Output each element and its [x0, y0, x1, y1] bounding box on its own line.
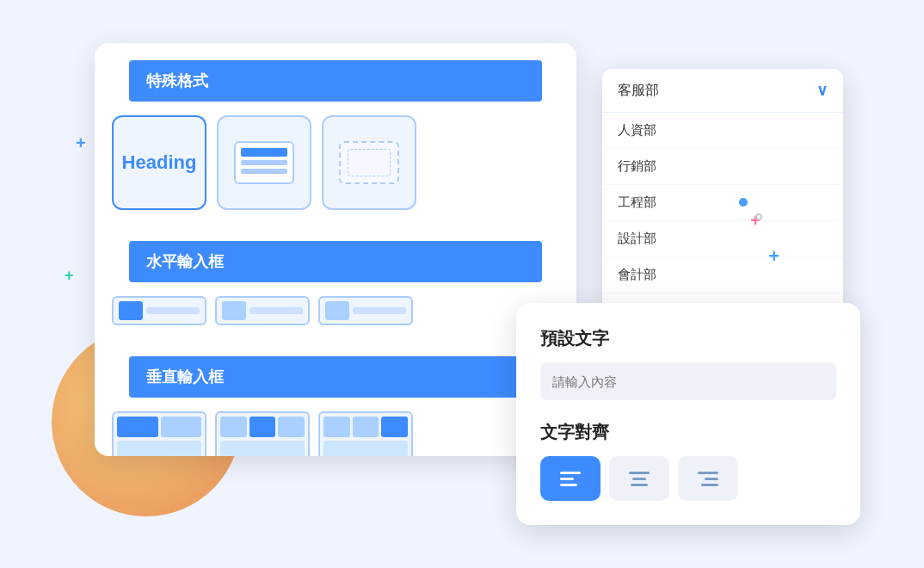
- decorative-dot-blue: [739, 198, 748, 207]
- h-input-line-2: [249, 307, 303, 314]
- dropdown-item-4[interactable]: 會計部: [602, 257, 843, 293]
- align-left-icon: [558, 469, 582, 488]
- v-col-block-blue-3: [381, 417, 408, 437]
- horizontal-input-grid: [112, 296, 559, 325]
- v-col-block-light-2b: [278, 417, 305, 437]
- dashed-inner: [348, 149, 391, 176]
- svg-rect-8: [701, 484, 718, 486]
- align-buttons-group: [540, 456, 836, 501]
- decorative-dot-white: [755, 213, 762, 220]
- svg-rect-3: [629, 472, 650, 474]
- card-icon: [234, 141, 294, 184]
- h-label-block-1: [119, 301, 143, 320]
- h-input-item-2[interactable]: [215, 296, 310, 325]
- format-dashed-box[interactable]: [322, 115, 416, 210]
- svg-rect-5: [631, 484, 648, 486]
- dropdown-item-3[interactable]: 設計部: [602, 221, 843, 257]
- format-card-box[interactable]: [217, 115, 311, 210]
- svg-rect-2: [560, 484, 577, 486]
- align-center-icon: [627, 469, 651, 488]
- v-top-row-2: [217, 413, 308, 441]
- preset-text-label: 預設文字: [540, 327, 836, 350]
- dashed-icon: [339, 141, 399, 184]
- v-col-block-blue-2: [249, 417, 276, 437]
- v-input-item-1[interactable]: [112, 411, 206, 456]
- v-col-block-light-3b: [353, 417, 379, 437]
- dropdown-selected-value: 客服部: [618, 82, 659, 100]
- decorative-plus-teal-mid: +: [65, 267, 74, 285]
- vertical-input-header: 垂直輸入框: [129, 356, 542, 398]
- align-left-button[interactable]: [540, 456, 601, 501]
- v-top-row-1: [114, 413, 205, 441]
- v-col-block-light-1: [161, 417, 202, 437]
- preset-text-input[interactable]: [540, 362, 836, 400]
- h-input-line-3: [353, 307, 406, 314]
- svg-rect-7: [705, 478, 718, 480]
- v-bottom-area-3: [323, 441, 408, 456]
- svg-rect-0: [560, 472, 581, 474]
- align-center-button[interactable]: [609, 456, 669, 501]
- h-input-item-3[interactable]: [318, 296, 413, 325]
- left-card: 特殊格式 Heading: [95, 43, 576, 456]
- card-icon-line-1: [241, 160, 287, 165]
- align-right-button[interactable]: [678, 456, 738, 501]
- text-align-label: 文字對齊: [540, 421, 836, 444]
- svg-rect-6: [698, 472, 718, 474]
- align-right-icon: [696, 469, 720, 488]
- dropdown-item-2[interactable]: 工程部: [602, 185, 843, 221]
- dropdown-chevron-icon: ∨: [816, 81, 828, 100]
- horizontal-input-section: 水平輸入框: [95, 241, 576, 339]
- h-label-block-2: [222, 301, 246, 320]
- dropdown-header[interactable]: 客服部 ∨: [602, 69, 843, 113]
- vertical-input-section: 垂直輸入框: [95, 356, 576, 456]
- card-icon-line-2: [241, 169, 287, 174]
- dropdown-card: 客服部 ∨ 人資部 行銷部 工程部 設計部 會計部 業務部: [602, 69, 843, 330]
- h-input-line-1: [146, 307, 200, 314]
- h-input-item-1[interactable]: [112, 296, 206, 325]
- v-col-block-light-3a: [323, 417, 350, 437]
- format-heading-box[interactable]: Heading: [112, 115, 206, 210]
- v-col-block-blue-1: [117, 417, 158, 437]
- h-label-block-3: [325, 301, 349, 320]
- decorative-plus-blue-top: +: [76, 133, 86, 153]
- v-bottom-area-1: [117, 441, 201, 456]
- dropdown-item-1[interactable]: 行銷部: [602, 149, 843, 185]
- v-input-item-3[interactable]: [318, 411, 413, 456]
- dropdown-list: 人資部 行銷部 工程部 設計部 會計部 業務部: [602, 113, 843, 330]
- svg-rect-4: [632, 478, 646, 480]
- v-input-item-2[interactable]: [215, 411, 310, 456]
- v-col-block-light-2a: [220, 417, 247, 437]
- svg-rect-1: [560, 478, 574, 480]
- main-area: 特殊格式 Heading: [95, 43, 843, 525]
- settings-card: 預設文字 文字對齊: [516, 303, 860, 525]
- dropdown-item-0[interactable]: 人資部: [602, 113, 843, 149]
- special-format-grid: Heading: [112, 115, 559, 210]
- v-bottom-area-2: [220, 441, 305, 456]
- v-top-row-3: [320, 413, 411, 441]
- special-format-header: 特殊格式: [129, 60, 542, 102]
- special-format-section: 特殊格式 Heading: [95, 60, 576, 224]
- decorative-plus-blue-right: +: [768, 245, 779, 268]
- card-icon-top-line: [241, 148, 287, 157]
- vertical-input-grid: [112, 411, 559, 456]
- heading-label: Heading: [122, 151, 197, 174]
- horizontal-input-header: 水平輸入框: [129, 241, 542, 282]
